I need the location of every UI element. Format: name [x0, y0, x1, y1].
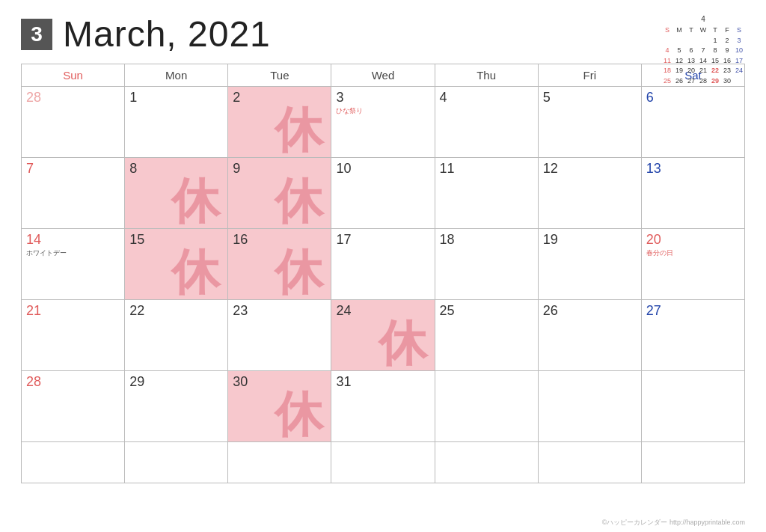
day-number: 19 [543, 232, 637, 248]
kyuu-icon: 休 [275, 106, 323, 154]
cell-empty-r6-6 [538, 442, 641, 483]
col-header-thu: Thu [435, 64, 538, 87]
mini-cal-cell: 22 [709, 66, 721, 76]
mini-cal-cell: 19 [673, 66, 685, 76]
cell-6: 6 [641, 87, 744, 158]
cell-13: 13 [641, 158, 744, 229]
cell-empty-r6-2 [125, 442, 228, 483]
calendar-row-6 [22, 442, 745, 483]
cell-29: 29 [125, 371, 228, 442]
holiday-label: ひな祭り [336, 106, 429, 116]
cell-empty-3 [641, 371, 744, 442]
cell-23: 23 [228, 300, 331, 371]
col-header-tue: Tue [228, 64, 331, 87]
calendar-row-3: 14 ホワイトデー 15 休 16 休 17 18 19 [22, 229, 745, 300]
cell-30: 30 休 [228, 371, 331, 442]
mini-cal-header-fri: F [721, 25, 733, 36]
cell-empty-r6-5 [435, 442, 538, 483]
mini-cal-cell: 9 [721, 46, 733, 56]
month-number-box: 3 [21, 19, 52, 50]
cell-24: 24 休 [331, 300, 435, 371]
mini-cal-cell: 10 [733, 46, 745, 56]
kyuu-icon: 休 [275, 177, 323, 225]
col-header-wed: Wed [331, 64, 435, 87]
day-number: 5 [543, 90, 637, 106]
month-title: March, 2021 [63, 13, 271, 55]
mini-cal-header-sat: S [733, 25, 745, 36]
cell-8: 8 休 [125, 158, 228, 229]
mini-cal-cell: 16 [721, 56, 733, 67]
mini-cal-header-thu: T [709, 25, 721, 36]
mini-cal-cell: 7 [697, 46, 709, 56]
mini-cal-cell: 3 [733, 36, 745, 46]
day-number: 27 [646, 303, 740, 319]
mini-cal-cell [661, 36, 673, 46]
cell-20: 20 春分の日 [641, 229, 744, 300]
mini-cal-cell: 17 [733, 56, 745, 67]
mini-cal-cell: 13 [685, 56, 697, 67]
month-number: 3 [31, 22, 43, 46]
cell-28-prev: 28 [22, 87, 125, 158]
col-header-mon: Mon [125, 64, 228, 87]
cell-2: 2 休 [228, 87, 331, 158]
day-number: 14 [26, 232, 120, 248]
cell-5: 5 [538, 87, 641, 158]
mini-cal-cell: 12 [673, 56, 685, 67]
cell-11: 11 [435, 158, 538, 229]
mini-cal-cell: 6 [685, 46, 697, 56]
cell-empty-r6-4 [331, 442, 435, 483]
mini-cal-cell [697, 36, 709, 46]
mini-cal-cell: 29 [709, 76, 721, 87]
cell-21: 21 [22, 300, 125, 371]
cell-14: 14 ホワイトデー [22, 229, 125, 300]
cell-18: 18 [435, 229, 538, 300]
mini-cal-header-wed: W [697, 25, 709, 36]
day-number: 22 [129, 303, 223, 319]
cell-10: 10 [331, 158, 435, 229]
day-number: 13 [646, 161, 740, 177]
mini-cal-cell [733, 76, 745, 87]
cell-1: 1 [125, 87, 228, 158]
mini-cal-cell: 30 [721, 76, 733, 87]
day-number: 12 [543, 161, 637, 177]
mini-cal-cell: 1 [709, 36, 721, 46]
cell-9: 9 休 [228, 158, 331, 229]
mini-cal-cell: 26 [673, 76, 685, 87]
day-number: 11 [440, 161, 533, 177]
mini-cal-cell: 5 [673, 46, 685, 56]
cell-31: 31 [331, 371, 435, 442]
mini-cal-table: S M T W T F S 1 2 3 [661, 25, 745, 86]
cell-12: 12 [538, 158, 641, 229]
day-number: 17 [336, 232, 429, 248]
cell-17: 17 [331, 229, 435, 300]
calendar-row-2: 7 8 休 9 休 10 11 12 [22, 158, 745, 229]
calendar-table: Sun Mon Tue Wed Thu Fri Sat 28 1 2 休 [21, 64, 745, 483]
calendar-row-4: 21 22 23 24 休 25 26 27 [22, 300, 745, 371]
day-number: 26 [543, 303, 637, 319]
mini-cal-cell: 23 [721, 66, 733, 76]
day-number: 21 [26, 303, 120, 319]
mini-cal-cell: 27 [685, 76, 697, 87]
col-header-fri: Fri [538, 64, 641, 87]
mini-cal-cell: 28 [697, 76, 709, 87]
cell-empty-r6-3 [228, 442, 331, 483]
cell-15: 15 休 [125, 229, 228, 300]
day-number: 23 [233, 303, 326, 319]
mini-cal-cell: 8 [709, 46, 721, 56]
footer-text: ©ハッピーカレンダー http://happyprintable.com [602, 519, 745, 526]
cell-25: 25 [435, 300, 538, 371]
mini-cal-cell: 15 [709, 56, 721, 67]
kyuu-icon: 休 [275, 248, 323, 296]
col-header-sun: Sun [22, 64, 125, 87]
mini-cal-header-sun: S [661, 25, 673, 36]
cell-3: 3 ひな祭り [331, 87, 435, 158]
cell-28: 28 [22, 371, 125, 442]
kyuu-icon: 休 [379, 319, 427, 367]
mini-cal-header-mon: M [673, 25, 685, 36]
cell-22: 22 [125, 300, 228, 371]
mini-cal-cell [673, 36, 685, 46]
holiday-label: 春分の日 [646, 248, 740, 258]
cell-7: 7 [22, 158, 125, 229]
mini-cal-cell: 24 [733, 66, 745, 76]
cell-empty-2 [538, 371, 641, 442]
